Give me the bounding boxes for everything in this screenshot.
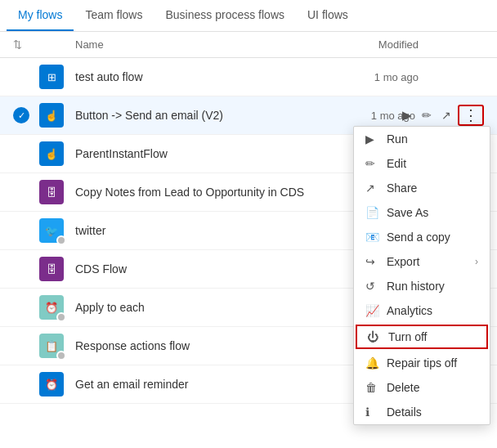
row-name: test auto flow — [75, 70, 320, 83]
history-icon: ↺ — [365, 280, 378, 293]
table-row-selected[interactable]: ✓ ☝ Button -> Send an email (V2) 1 mo ag… — [0, 96, 497, 135]
header-check: ⇅ — [13, 38, 39, 51]
menu-item-analytics[interactable]: 📈 Analytics — [354, 298, 490, 323]
row-modified: 1 mo ago — [320, 71, 419, 83]
share-icon[interactable]: ↗ — [438, 106, 454, 124]
share-menu-icon: ↗ — [365, 181, 378, 195]
header-name[interactable]: Name — [75, 38, 320, 51]
menu-item-turn-off[interactable]: ⏻ Turn off — [356, 325, 488, 349]
menu-item-save-as[interactable]: 📄 Save As — [354, 200, 490, 225]
send-copy-icon: 📧 — [365, 231, 378, 244]
menu-item-send-copy[interactable]: 📧 Send a copy — [354, 225, 490, 249]
menu-item-run[interactable]: ▶ Run — [354, 127, 490, 151]
details-icon: ℹ — [365, 405, 378, 419]
tab-ui-flows[interactable]: UI flows — [296, 0, 360, 31]
table-header: ⇅ Name Modified — [0, 32, 497, 58]
export-icon: ↪ — [365, 255, 378, 268]
menu-item-share[interactable]: ↗ Share — [354, 176, 490, 200]
row-actions: ▶ ✏ ↗ ⋮ — [419, 105, 484, 126]
menu-item-details[interactable]: ℹ Details — [354, 400, 490, 424]
menu-item-delete[interactable]: 🗑 Delete — [354, 375, 490, 400]
row-icon: ⊞ — [39, 65, 75, 89]
menu-item-export[interactable]: ↪ Export › — [354, 249, 490, 274]
sort-icon[interactable]: ⇅ — [13, 38, 22, 51]
menu-item-repair-tips[interactable]: 🔔 Repair tips off — [354, 351, 490, 375]
row-icon: ⏰ — [39, 295, 75, 320]
row-icon: 🗄 — [39, 180, 75, 204]
row-icon: 🗄 — [39, 257, 75, 281]
analytics-icon: 📈 — [365, 304, 378, 317]
ellipsis-button[interactable]: ⋮ — [458, 105, 484, 126]
play-icon[interactable]: ▶ — [399, 105, 415, 125]
row-name: CDS Flow — [75, 262, 320, 276]
row-name: Response actions flow — [75, 339, 320, 352]
row-check: ✓ — [13, 107, 39, 123]
run-icon: ▶ — [365, 132, 378, 146]
row-name: twitter — [75, 224, 320, 237]
tab-my-flows[interactable]: My flows — [7, 0, 74, 31]
row-icon: ☝ — [39, 103, 75, 128]
row-icon: 🐦 — [39, 218, 75, 243]
edit-icon[interactable]: ✏ — [419, 106, 435, 124]
context-menu: ▶ Run ✏ Edit ↗ Share 📄 Save As 📧 Send a … — [353, 126, 490, 425]
delete-icon: 🗑 — [365, 381, 378, 394]
row-name: ParentInstantFlow — [75, 147, 320, 160]
turn-off-icon: ⏻ — [367, 330, 380, 343]
row-name: Apply to each — [75, 301, 320, 314]
row-icon: ⏰ — [39, 372, 75, 396]
row-name: Button -> Send an email (V2) — [75, 109, 320, 122]
header-modified[interactable]: Modified — [320, 38, 419, 51]
row-name: Copy Notes from Lead to Opportunity in C… — [75, 186, 320, 199]
tab-team-flows[interactable]: Team flows — [74, 0, 154, 31]
save-as-icon: 📄 — [365, 206, 378, 219]
nav-tabs: My flows Team flows Business process flo… — [0, 0, 497, 32]
table-row[interactable]: ⊞ test auto flow 1 mo ago — [0, 58, 497, 96]
repair-icon: 🔔 — [365, 356, 378, 370]
menu-item-run-history[interactable]: ↺ Run history — [354, 274, 490, 298]
tab-business-process-flows[interactable]: Business process flows — [154, 0, 296, 31]
row-icon: ☝ — [39, 141, 75, 166]
row-icon: 📋 — [39, 334, 75, 358]
menu-item-edit[interactable]: ✏ Edit — [354, 151, 490, 176]
edit-menu-icon: ✏ — [365, 157, 378, 170]
row-name: Get an email reminder — [75, 378, 320, 391]
arrow-right-icon: › — [475, 256, 478, 267]
